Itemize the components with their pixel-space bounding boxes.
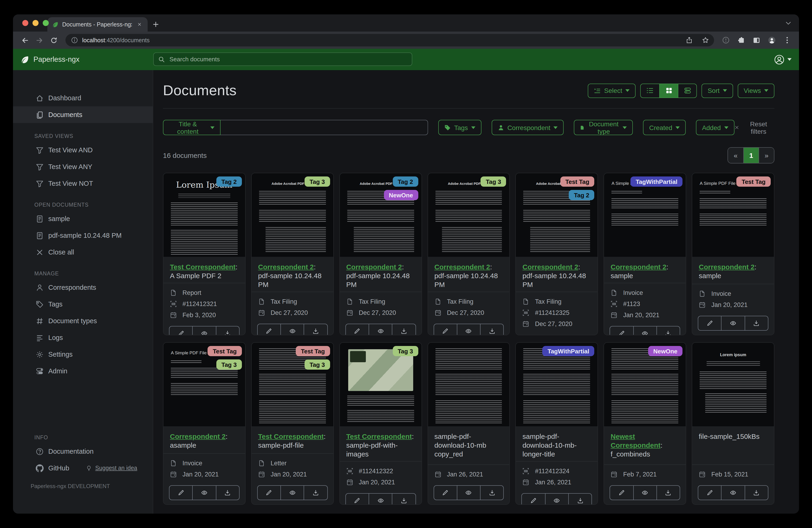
edit-button[interactable] <box>610 327 633 335</box>
view-button[interactable] <box>457 486 480 500</box>
address-bar[interactable]: localhost:4200/documents <box>66 34 714 46</box>
document-thumbnail[interactable]: Adobe Acrobat PDF Files Tag 2NewOne <box>339 173 421 257</box>
profile-button[interactable] <box>766 34 778 46</box>
edit-button[interactable] <box>698 316 721 330</box>
tag-badge-test-tag[interactable]: Test Tag <box>296 346 330 356</box>
sidebar-item-correspondents[interactable]: Correspondents <box>13 279 153 296</box>
sidebar-item-documentation[interactable]: Documentation <box>13 443 153 460</box>
grid-view-button[interactable] <box>659 84 678 97</box>
tag-badge-tag-2[interactable]: Tag 2 <box>216 176 242 187</box>
new-tab-button[interactable] <box>152 20 160 28</box>
bookmark-button[interactable] <box>699 34 711 46</box>
document-thumbnail[interactable]: Test TagTag 3 <box>252 343 333 426</box>
sidebar-item-pdf-sample-10-24-48-pm[interactable]: pdf-sample 10.24.48 PM <box>13 227 153 244</box>
edit-button[interactable] <box>610 486 633 500</box>
sidebar-item-dashboard[interactable]: Dashboard <box>13 90 153 106</box>
filter-correspondent-button[interactable]: Correspondent <box>492 120 564 135</box>
filter-tags-button[interactable]: Tags <box>438 120 481 135</box>
sidebar-item-test-view-and[interactable]: Test View AND <box>13 142 153 158</box>
view-button[interactable] <box>721 486 745 500</box>
correspondent-link[interactable]: Correspondent 2 <box>523 263 578 271</box>
view-button[interactable] <box>368 494 392 505</box>
view-button[interactable] <box>192 327 216 335</box>
filter-added-button[interactable]: Added <box>696 120 734 135</box>
edit-button[interactable] <box>522 494 545 505</box>
tag-badge-test-tag[interactable]: Test Tag <box>737 176 771 187</box>
document-thumbnail[interactable]: Adobe Acrobat PDF Files Test TagTag 2 <box>516 173 598 257</box>
view-button[interactable] <box>633 327 656 335</box>
browser-menu-button[interactable] <box>781 34 794 46</box>
download-button[interactable] <box>656 486 680 500</box>
correspondent-link[interactable]: Newest Correspondent <box>611 432 661 449</box>
edit-button[interactable] <box>434 324 457 335</box>
download-button[interactable] <box>392 324 416 335</box>
correspondent-link[interactable]: Correspondent 2 <box>346 263 402 271</box>
sidebar-item-logs[interactable]: Logs <box>13 329 153 346</box>
views-button[interactable]: Views <box>738 83 774 98</box>
edit-button[interactable] <box>258 486 281 500</box>
download-button[interactable] <box>216 486 239 500</box>
sort-button[interactable]: Sort <box>701 83 733 98</box>
correspondent-link[interactable]: Correspondent 2 <box>611 263 666 271</box>
view-button[interactable] <box>721 316 745 330</box>
sidebar-item-test-view-any[interactable]: Test View ANY <box>13 158 153 175</box>
view-button[interactable] <box>545 494 568 505</box>
brand[interactable]: Paperless-ngx <box>20 55 79 64</box>
minimize-window-button[interactable] <box>32 20 39 26</box>
edit-button[interactable] <box>346 494 368 505</box>
view-button[interactable] <box>633 486 656 500</box>
document-thumbnail[interactable]: Tag 3 <box>339 343 421 426</box>
browser-tab[interactable]: Documents - Paperless-ngx <box>47 17 148 32</box>
side-panel-button[interactable] <box>750 34 763 46</box>
view-button[interactable] <box>457 324 480 335</box>
tag-badge-tag-3[interactable]: Tag 3 <box>481 176 506 187</box>
download-button[interactable] <box>744 316 768 330</box>
document-thumbnail[interactable]: Adobe Acrobat PDF Files Tag 3 <box>252 173 333 257</box>
document-thumbnail[interactable]: NewOne <box>604 343 686 426</box>
tag-badge-tag-3[interactable]: Tag 3 <box>216 359 242 370</box>
correspondent-link[interactable]: Correspondent 2 <box>699 263 754 271</box>
correspondent-link[interactable]: Correspondent 2 <box>170 432 226 440</box>
document-thumbnail[interactable]: A Simple PDF File TagWithPartial <box>604 173 686 257</box>
tag-badge-tagwithpartial[interactable]: TagWithPartial <box>542 346 594 356</box>
close-window-button[interactable] <box>22 20 28 26</box>
filter-document-type-button[interactable]: Document type <box>574 120 633 135</box>
tab-search-button[interactable] <box>785 20 792 27</box>
document-thumbnail[interactable]: Lorem ipsum <box>692 343 774 426</box>
prev-page-button[interactable]: « <box>728 148 743 163</box>
extension-button[interactable] <box>720 34 732 46</box>
sidebar-item-tags[interactable]: Tags <box>13 296 153 313</box>
correspondent-link[interactable]: Correspondent 2 <box>434 263 490 271</box>
tab-close-icon[interactable] <box>135 21 143 28</box>
view-button[interactable] <box>192 486 216 500</box>
edit-button[interactable] <box>698 486 721 500</box>
user-menu[interactable] <box>774 54 792 65</box>
document-thumbnail[interactable]: TagWithPartial <box>516 343 598 426</box>
download-button[interactable] <box>568 494 592 505</box>
share-button[interactable] <box>683 34 695 46</box>
tag-badge-tag-2[interactable]: Tag 2 <box>569 190 594 200</box>
document-thumbnail[interactable]: A Simple PDF File Test TagTag 3 <box>163 343 245 426</box>
tag-badge-tag-3[interactable]: Tag 3 <box>393 346 418 356</box>
correspondent-link[interactable]: Test Correspondent <box>170 263 236 271</box>
edit-button[interactable] <box>258 324 281 335</box>
reload-button[interactable] <box>47 34 60 46</box>
detail-view-button[interactable] <box>678 84 696 97</box>
download-button[interactable] <box>304 324 327 335</box>
download-button[interactable] <box>480 324 504 335</box>
edit-button[interactable] <box>170 327 192 335</box>
view-button[interactable] <box>368 324 392 335</box>
sidebar-item-settings[interactable]: Settings <box>13 346 153 363</box>
tag-badge-newone[interactable]: NewOne <box>384 190 418 200</box>
reset-filters-button[interactable]: Reset filters <box>734 120 774 135</box>
current-page-button[interactable]: 1 <box>743 148 759 163</box>
document-thumbnail[interactable]: Adobe Acrobat PDF Files Tag 3 <box>428 173 509 257</box>
document-thumbnail[interactable] <box>428 343 509 426</box>
sidebar-item-document-types[interactable]: Document types <box>13 313 153 329</box>
sidebar-item-admin[interactable]: Admin <box>13 363 153 380</box>
document-thumbnail[interactable]: A Simple PDF File Test Tag <box>692 173 774 257</box>
zoom-window-button[interactable] <box>43 20 49 26</box>
download-button[interactable] <box>744 486 768 500</box>
correspondent-link[interactable]: Test Correspondent <box>346 432 412 440</box>
edit-button[interactable] <box>346 324 368 335</box>
